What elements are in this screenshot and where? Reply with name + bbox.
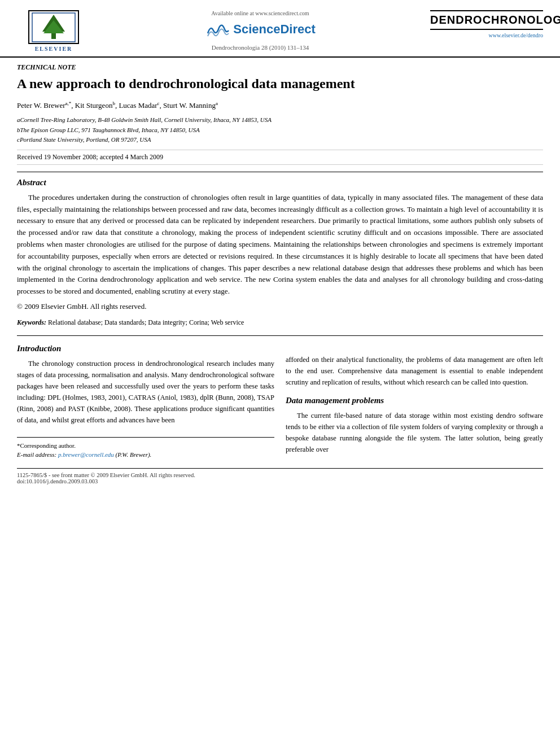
data-management-heading: Data management problems [286, 396, 543, 405]
dendro-logo: DENDROCHRONOLOGIA [430, 10, 543, 30]
bottom-info: 1125-7865/$ - see front matter © 2009 El… [17, 468, 543, 484]
affiliation-b: bThe Epison Group LLC, 971 Taughannock B… [17, 125, 543, 136]
footnote-email: E-mail address: p.brewer@cornell.edu (P.… [17, 450, 274, 460]
right-col-text1: afforded on their analytical functionali… [286, 354, 543, 388]
affiliation-c: cPortland State University, Portland, OR… [17, 135, 543, 145]
data-management-text: The current file-based nature of data st… [286, 410, 543, 455]
abstract-section: Abstract The procedures undertaken durin… [17, 178, 543, 327]
author-names: Peter W. Brewera,*, Kit Sturgeonb, Lucas… [17, 101, 218, 110]
affiliations: aCornell Tree-Ring Laboratory, B-48 Gold… [17, 115, 543, 145]
sd-icon [205, 19, 230, 39]
keywords-line: Keywords: Relational database; Data stan… [17, 317, 543, 327]
section-divider-2 [17, 335, 543, 336]
sciencedirect-text: ScienceDirect [233, 22, 316, 37]
article-title: A new approach to dendrochronological da… [17, 75, 543, 93]
email-address: p.brewer@cornell.edu [58, 451, 114, 458]
issn-line: 1125-7865/$ - see front matter © 2009 El… [17, 472, 543, 478]
sciencedirect-logo: ScienceDirect [205, 19, 316, 39]
doi-line: doi:10.1016/j.dendro.2009.03.003 [17, 478, 543, 484]
dendro-website: www.elsevier.de/dendro [430, 32, 543, 38]
intro-text: The chronology construction process in d… [17, 358, 274, 426]
right-column: afforded on their analytical functionali… [286, 342, 543, 460]
received-accepted: Received 19 November 2008; accepted 4 Ma… [17, 150, 543, 165]
footnote-email-label: E-mail address: [17, 451, 58, 458]
footnote-area: *Corresponding author. E-mail address: p… [17, 437, 274, 460]
keywords-label: Keywords: [17, 318, 46, 326]
journal-citation: Dendrochronologia 28 (2010) 131–134 [212, 44, 309, 51]
authors-line: Peter W. Brewera,*, Kit Sturgeonb, Lucas… [17, 99, 543, 111]
page: ELSEVIER Available online at www.science… [0, 0, 560, 747]
left-column: Introduction The chronology construction… [17, 342, 274, 460]
intro-heading: Introduction [17, 344, 274, 353]
abstract-heading: Abstract [17, 178, 543, 187]
elsevier-logo: ELSEVIER [17, 10, 90, 52]
section-divider-1 [17, 172, 543, 172]
available-online-text: Available online at www.sciencedirect.co… [211, 10, 309, 16]
header: ELSEVIER Available online at www.science… [0, 0, 560, 58]
footnote-corresponding: *Corresponding author. [17, 441, 274, 451]
elsevier-logo-area: ELSEVIER [17, 10, 90, 52]
keywords-values: Relational database; Data standards; Dat… [48, 318, 244, 326]
header-center: Available online at www.sciencedirect.co… [90, 10, 430, 51]
footnote-email-name: (P.W. Brewer). [114, 451, 152, 458]
journal-logo-area: DENDROCHRONOLOGIA www.elsevier.de/dendro [430, 10, 543, 38]
main-content: TECHNICAL NOTE A new approach to dendroc… [0, 58, 560, 493]
copyright-text: © 2009 Elsevier GmbH. All rights reserve… [17, 301, 543, 313]
affiliation-a: aCornell Tree-Ring Laboratory, B-48 Gold… [17, 115, 543, 125]
elsevier-text: ELSEVIER [35, 46, 73, 52]
two-column-section: Introduction The chronology construction… [17, 342, 543, 460]
article-type-label: TECHNICAL NOTE [17, 63, 543, 72]
abstract-text: The procedures undertaken during the con… [17, 192, 543, 298]
elsevier-logo-box [28, 10, 79, 44]
